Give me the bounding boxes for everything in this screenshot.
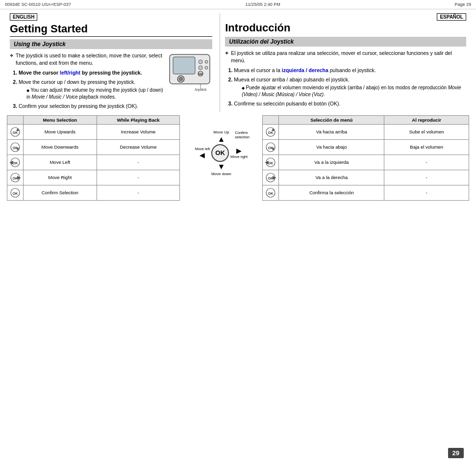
- row-action-r5: Confirma la selección: [279, 185, 384, 200]
- row-action-3: Move Left: [24, 155, 97, 170]
- svg-point-9: [179, 78, 182, 80]
- right-table-container: Selección de menú Al reproducir OK ▲: [260, 115, 471, 201]
- svg-text:▲: ▲: [271, 127, 276, 132]
- ok-icon-r-right: OK ▶: [265, 172, 276, 183]
- spanish-highlight-1: izquierda / derecha: [282, 67, 328, 73]
- move-up-label-group: Move Up Confirm selection: [213, 130, 229, 134]
- svg-text:▶: ▶: [17, 175, 21, 180]
- tables-section: Menu Selection While Playing Back OK ▲: [0, 112, 476, 204]
- ok-icon-right: OK ▶: [10, 172, 21, 183]
- ok-icon-up: OK ▲: [10, 127, 21, 137]
- svg-text:OK: OK: [199, 73, 203, 76]
- row-playing-2: Decrease Volume: [97, 139, 180, 155]
- svg-text:▼: ▼: [15, 146, 20, 152]
- move-right-group: ▶ Move right: [230, 147, 248, 159]
- svg-text:◀: ◀: [265, 159, 269, 165]
- middle-row: Move left ◀ OK ▶ Move right: [195, 144, 248, 162]
- table-row: OK ▶ Move Right -: [7, 170, 180, 185]
- row-icon-3: OK ◀: [7, 155, 24, 170]
- svg-text:OK: OK: [13, 191, 18, 195]
- arrow-right-icon: ▶: [236, 147, 242, 155]
- table-row: OK ◀ Va a la izquierda -: [263, 155, 469, 170]
- header-right-text: 11/25/05 2:40 PM: [246, 2, 280, 7]
- spanish-item-1: Mueva el cursor a la izquierda / derecha…: [234, 67, 466, 74]
- row-playing-r1: Sube el volumen: [384, 124, 469, 139]
- row-action-r1: Va hacia arriba: [279, 124, 384, 139]
- table-row: OK Confirm Selection -: [7, 185, 180, 200]
- row-icon-2: OK ▼: [7, 139, 24, 155]
- left-table-container: Menu Selection While Playing Back OK ▲: [5, 115, 182, 201]
- row-playing-r2: Baja el volumen: [384, 139, 469, 155]
- spanish-title: Introducción: [225, 22, 466, 34]
- row-action-5: Confirm Selection: [24, 185, 97, 200]
- joystick-diagram: Move Up Confirm selection ▲ Move left ◀: [182, 115, 260, 176]
- row-icon-r3: OK ◀: [263, 155, 279, 170]
- row-action-1: Move Upwards: [24, 124, 97, 139]
- svg-text:OK: OK: [268, 191, 274, 195]
- spanish-sub-bullet: Puede ajustar el volumen moviendo el joy…: [234, 84, 466, 98]
- english-subheading: Using the Joystick: [10, 39, 212, 49]
- header-left-text: 00934E SC-MS10 USA+ESP-037: [5, 2, 71, 7]
- row-icon-5: OK: [7, 185, 24, 200]
- ok-icon-left: OK ◀: [10, 157, 21, 168]
- row-playing-r3: -: [384, 155, 469, 170]
- move-left-label: Move left: [195, 147, 210, 151]
- english-highlight-1: left/right: [60, 70, 80, 76]
- spanish-numbered-list: Mueva el cursor a la izquierda / derecha…: [225, 67, 466, 107]
- english-section: ENGLISH Getting Started Using the Joysti…: [10, 13, 220, 112]
- ok-icon-confirm: OK: [10, 187, 21, 198]
- row-playing-r5: -: [384, 185, 469, 200]
- left-col-playing-header: While Playing Back: [97, 115, 180, 124]
- spanish-subheading: Utilización del Joystick: [225, 37, 466, 47]
- move-left-group: Move left ◀: [195, 147, 210, 159]
- espanol-badge: ESPAÑOL: [437, 13, 466, 21]
- ok-icon-r-left: OK ◀: [265, 157, 276, 168]
- row-action-r2: Va hacia abajo: [279, 139, 384, 155]
- ok-icon-down: OK ▼: [10, 142, 21, 153]
- svg-text:▼: ▼: [271, 146, 276, 152]
- row-action-r4: Va a la derecha: [279, 170, 384, 185]
- table-row: OK ▲ Va hacia arriba Sube el volumen: [263, 124, 469, 139]
- english-table: Menu Selection While Playing Back OK ▲: [7, 115, 180, 201]
- english-intro-item: The joystick is used to make a selection…: [10, 52, 212, 67]
- svg-text:◀: ◀: [10, 159, 13, 165]
- table-row: OK ▲ Move Upwards Increase Volume: [7, 124, 180, 139]
- row-icon-r5: OK: [263, 185, 279, 200]
- row-action-2: Move Downwards: [24, 139, 97, 155]
- row-playing-5: -: [97, 185, 180, 200]
- table-row: OK ▶ Va a la derecha -: [263, 170, 469, 185]
- spanish-section: ESPAÑOL Introducción Utilización del Joy…: [220, 13, 466, 112]
- spanish-intro-item: El joystick se utiliza para realizar una…: [225, 50, 466, 64]
- right-col-menu-header: Selección de menú: [279, 115, 384, 124]
- spanish-item-2: Mueva el cursor arriba / abajo pulsando …: [234, 76, 466, 98]
- row-icon-r1: OK ▲: [263, 124, 279, 139]
- table-row: OK ◀ Move Left -: [7, 155, 180, 170]
- english-intro-list: The joystick is used to make a selection…: [10, 52, 212, 67]
- page-header: 00934E SC-MS10 USA+ESP-037 11/25/05 2:40…: [0, 0, 476, 9]
- confirm-label: Confirm selection: [235, 130, 262, 139]
- top-section: ENGLISH Getting Started Using the Joysti…: [0, 9, 476, 112]
- right-col-icon-header: [263, 115, 279, 124]
- left-col-icon-header: [7, 115, 24, 124]
- svg-text:Joystick: Joystick: [195, 88, 207, 92]
- row-icon-1: OK ▲: [7, 124, 24, 139]
- arrow-up-icon: ▲: [217, 135, 225, 143]
- ok-circle: OK: [211, 144, 229, 162]
- english-badge: ENGLISH: [10, 13, 37, 21]
- row-playing-1: Increase Volume: [97, 124, 180, 139]
- left-col-menu-header: Menu Selection: [24, 115, 97, 124]
- ok-icon-r-down: OK ▼: [265, 142, 276, 153]
- row-playing-r4: -: [384, 170, 469, 185]
- move-right-label: Move right: [230, 155, 248, 159]
- move-down-label: Move down: [211, 172, 231, 176]
- row-playing-4: -: [97, 170, 180, 185]
- row-playing-3: -: [97, 155, 180, 170]
- spanish-item-3: Confirme su selección pulsando el botón …: [234, 100, 466, 107]
- arrow-left-icon: ◀: [200, 151, 205, 159]
- spanish-intro-list: El joystick se utiliza para realizar una…: [225, 50, 466, 64]
- row-action-r3: Va a la izquierda: [279, 155, 384, 170]
- row-icon-r2: OK ▼: [263, 139, 279, 155]
- svg-text:▶: ▶: [273, 175, 276, 180]
- ok-circle-group: OK: [211, 144, 229, 162]
- svg-text:▲: ▲: [15, 127, 20, 132]
